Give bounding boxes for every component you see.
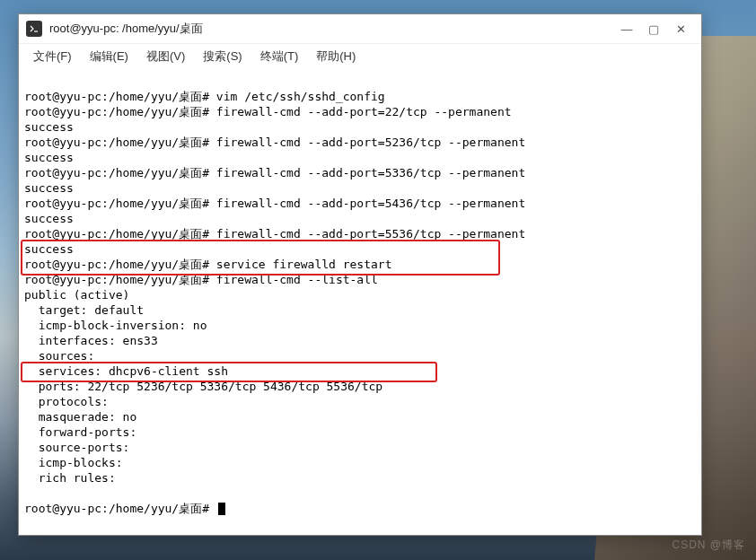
terminal-line: icmp-block-inversion: no <box>24 319 207 332</box>
terminal-line: success <box>24 151 74 164</box>
terminal-line: root@yyu-pc:/home/yyu/桌面# firewall-cmd -… <box>24 166 525 179</box>
terminal-line: forward-ports: <box>24 425 136 439</box>
cursor-icon <box>218 503 225 515</box>
menubar: 文件(F) 编辑(E) 视图(V) 搜索(S) 终端(T) 帮助(H) <box>19 44 701 70</box>
terminal-line: protocols: <box>24 395 109 408</box>
minimize-button[interactable]: — <box>613 18 640 39</box>
terminal-line: root@yyu-pc:/home/yyu/桌面# vim /etc/ssh/s… <box>24 90 385 103</box>
terminal-output[interactable]: root@yyu-pc:/home/yyu/桌面# vim /etc/ssh/s… <box>19 70 701 535</box>
window-title: root@yyu-pc: /home/yyu/桌面 <box>49 21 613 37</box>
menu-view[interactable]: 视图(V) <box>139 46 192 67</box>
terminal-line: services: dhcpv6-client ssh <box>24 364 228 378</box>
menu-file[interactable]: 文件(F) <box>26 46 79 67</box>
terminal-line: ports: 22/tcp 5236/tcp 5336/tcp 5436/tcp… <box>24 380 382 393</box>
terminal-line: icmp-blocks: <box>24 456 123 469</box>
terminal-line: interfaces: ens33 <box>24 334 158 347</box>
terminal-line: root@yyu-pc:/home/yyu/桌面# firewall-cmd -… <box>24 227 525 241</box>
terminal-window: root@yyu-pc: /home/yyu/桌面 — ▢ ✕ 文件(F) 编辑… <box>18 13 702 536</box>
terminal-line: masquerade: no <box>24 410 136 424</box>
menu-terminal[interactable]: 终端(T) <box>253 46 306 67</box>
terminal-line: rich rules: <box>24 471 116 485</box>
terminal-line: target: default <box>24 303 144 317</box>
terminal-line: success <box>24 181 74 195</box>
terminal-line: success <box>24 212 74 225</box>
maximize-button[interactable]: ▢ <box>640 18 667 39</box>
close-button[interactable]: ✕ <box>667 18 694 39</box>
terminal-line: public (active) <box>24 288 129 302</box>
terminal-line: root@yyu-pc:/home/yyu/桌面# firewall-cmd -… <box>24 197 525 210</box>
terminal-line: sources: <box>24 349 94 363</box>
menu-search[interactable]: 搜索(S) <box>196 46 249 67</box>
menu-help[interactable]: 帮助(H) <box>309 46 363 67</box>
terminal-line: source-ports: <box>24 441 129 454</box>
titlebar[interactable]: root@yyu-pc: /home/yyu/桌面 — ▢ ✕ <box>19 14 701 44</box>
terminal-line: root@yyu-pc:/home/yyu/桌面# service firewa… <box>24 258 392 271</box>
terminal-line: root@yyu-pc:/home/yyu/桌面# firewall-cmd -… <box>24 136 525 149</box>
watermark-text: CSDN @博客 <box>672 538 745 553</box>
terminal-line: success <box>24 242 74 256</box>
terminal-line: success <box>24 120 74 134</box>
menu-edit[interactable]: 编辑(E) <box>83 46 136 67</box>
terminal-prompt-line: root@yyu-pc:/home/yyu/桌面# <box>24 502 216 515</box>
terminal-icon <box>26 21 42 37</box>
terminal-line: root@yyu-pc:/home/yyu/桌面# firewall-cmd -… <box>24 105 512 118</box>
terminal-line: root@yyu-pc:/home/yyu/桌面# firewall-cmd -… <box>24 273 378 286</box>
